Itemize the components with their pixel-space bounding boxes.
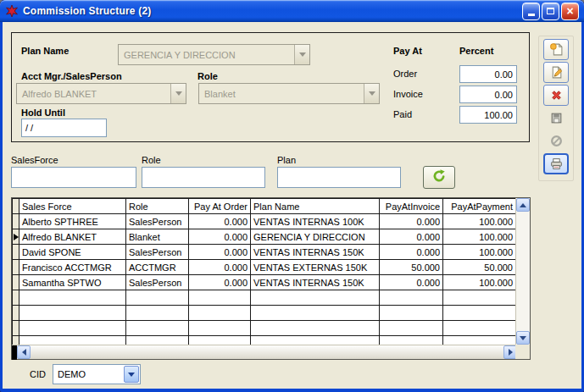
- delete-record-button[interactable]: [543, 85, 569, 106]
- grid-cell[interactable]: Francisco ACCTMGR: [19, 260, 126, 275]
- hscrollbar-track[interactable]: [31, 345, 503, 359]
- edit-record-icon: [549, 65, 564, 80]
- grid-col-header[interactable]: Plan Name: [251, 199, 380, 214]
- grid-col-header[interactable]: Sales Force: [19, 199, 126, 214]
- invoice-percent-field[interactable]: [459, 86, 517, 103]
- row-selector[interactable]: [13, 260, 19, 275]
- grid-cell[interactable]: 0.000: [189, 214, 251, 229]
- scroll-down-button[interactable]: [516, 331, 530, 345]
- grid-cell[interactable]: 0.000: [189, 275, 251, 290]
- grid-cell[interactable]: Alberto SPTHREE: [19, 214, 126, 229]
- role-value: Blanket: [199, 89, 364, 99]
- grid-cell[interactable]: SalesPerson: [126, 275, 189, 290]
- salesforce-filter-input[interactable]: [11, 167, 136, 188]
- role-filter-input[interactable]: [142, 167, 265, 188]
- plan-name-combo: GERENCIA Y DIRECCION: [118, 44, 310, 65]
- minimize-icon: [528, 14, 535, 16]
- grid-cell[interactable]: ACCTMGR: [126, 260, 189, 275]
- close-button[interactable]: ×: [561, 3, 579, 20]
- percent-label: Percent: [459, 46, 493, 56]
- table-row[interactable]: Alberto SPTHREESalesPerson0.000VENTAS IN…: [13, 214, 516, 229]
- table-row[interactable]: David SPONESalesPerson0.000VENTAS INTERN…: [13, 245, 516, 260]
- grid-cell[interactable]: 100.000: [443, 275, 516, 290]
- print-button[interactable]: [543, 153, 569, 174]
- edit-record-button[interactable]: [543, 62, 569, 83]
- role-label: Role: [197, 71, 218, 81]
- empty-row: [13, 321, 516, 336]
- save-record-button: [543, 108, 569, 129]
- grid-col-header[interactable]: Role: [126, 199, 189, 214]
- grid-cell[interactable]: 0.000: [189, 229, 251, 245]
- grid-cell[interactable]: David SPONE: [19, 245, 126, 260]
- table-row[interactable]: Francisco ACCTMGRACCTMGR0.000VENTAS EXTE…: [13, 260, 516, 275]
- grid-header-row: Sales ForceRolePay At OrderPlan NamePayA…: [13, 199, 516, 214]
- grid-col-header[interactable]: PayAtPayment: [443, 199, 516, 214]
- table-row[interactable]: Samantha SPTWOSalesPerson0.000VENTAS INT…: [13, 275, 516, 290]
- grid-cell[interactable]: 0.000: [380, 275, 443, 290]
- grid-col-header[interactable]: PayAtInvoice: [380, 199, 443, 214]
- grid-cell[interactable]: Samantha SPTWO: [19, 275, 126, 290]
- empty-row: [13, 306, 516, 321]
- salesforce-filter-label: SalesForce: [11, 155, 58, 165]
- grid-cell[interactable]: VENTAS INTERNAS 150K: [251, 275, 380, 290]
- cancel-record-button: [543, 130, 569, 152]
- new-record-icon: [549, 42, 564, 57]
- arrow-down-icon: [520, 336, 526, 340]
- hold-until-field[interactable]: [21, 119, 107, 137]
- row-selector[interactable]: [13, 275, 19, 290]
- grid-cell[interactable]: 0.000: [189, 260, 251, 275]
- titlebar[interactable]: Commission Structure (2) ×: [0, 0, 584, 22]
- current-row-marker-icon: [14, 234, 19, 240]
- maximize-button[interactable]: [542, 3, 559, 20]
- paid-percent-field[interactable]: [459, 106, 517, 124]
- hold-until-label: Hold Until: [21, 108, 65, 118]
- grid-cell[interactable]: 100.000: [443, 245, 516, 260]
- minimize-button[interactable]: [522, 3, 540, 20]
- grid-cell[interactable]: VENTAS INTERNAS 100K: [251, 214, 380, 229]
- chevron-down-icon: [294, 45, 309, 64]
- save-record-icon: [549, 111, 564, 125]
- new-record-button[interactable]: [543, 39, 569, 60]
- app-icon: [5, 4, 19, 18]
- order-label: Order: [393, 69, 417, 79]
- grid-cell[interactable]: 50.000: [380, 260, 443, 275]
- grid-cell[interactable]: 0.000: [380, 214, 443, 229]
- arrow-left-icon: [22, 349, 26, 356]
- cid-combo[interactable]: DEMO: [53, 364, 141, 384]
- arrow-right-icon: [509, 349, 513, 356]
- acct-mgr-combo: Alfredo BLANKET: [16, 83, 186, 104]
- plan-filter-input[interactable]: [277, 167, 401, 188]
- refresh-icon: [431, 168, 447, 186]
- plan-filter-label: Plan: [277, 155, 296, 165]
- grid-cell[interactable]: 100.000: [443, 229, 516, 245]
- arrow-up-icon: [520, 203, 526, 207]
- paid-label: Paid: [393, 109, 412, 119]
- table-row[interactable]: Alfredo BLANKETBlanket0.000GERENCIA Y DI…: [13, 229, 516, 245]
- row-selector[interactable]: [13, 229, 19, 245]
- grid-cell[interactable]: 0.000: [380, 245, 443, 260]
- grid-cell[interactable]: 50.000: [443, 260, 516, 275]
- grid-cell[interactable]: SalesPerson: [126, 214, 189, 229]
- row-selector[interactable]: [13, 245, 19, 260]
- client-area: Plan Name GERENCIA Y DIRECCION Pay At Pe…: [3, 22, 581, 389]
- grid-cell[interactable]: 0.000: [380, 229, 443, 245]
- grid-cell[interactable]: Blanket: [126, 229, 189, 245]
- vertical-scrollbar[interactable]: [515, 198, 530, 345]
- chevron-down-icon: [124, 366, 139, 383]
- refresh-button[interactable]: [423, 166, 455, 189]
- grid-cell[interactable]: Alfredo BLANKET: [19, 229, 126, 245]
- grid-cell[interactable]: VENTAS EXTERNAS 150K: [251, 260, 380, 275]
- grid-cell[interactable]: SalesPerson: [126, 245, 189, 260]
- grid-cell[interactable]: 0.000: [189, 245, 251, 260]
- grid-cell[interactable]: VENTAS INTERNAS 150K: [251, 245, 380, 260]
- grid-cell[interactable]: GERENCIA Y DIRECCION: [251, 229, 380, 245]
- row-selector[interactable]: [13, 214, 19, 229]
- scroll-up-button[interactable]: [516, 198, 530, 212]
- horizontal-scrollbar[interactable]: [12, 345, 517, 359]
- grid-col-header[interactable]: Pay At Order: [189, 199, 251, 214]
- scroll-left-button[interactable]: [17, 345, 31, 359]
- grid-cell[interactable]: 100.000: [443, 214, 516, 229]
- order-percent-field[interactable]: [459, 65, 517, 83]
- pay-at-label: Pay At: [393, 46, 422, 56]
- acct-mgr-label: Acct Mgr./SalesPerson: [21, 71, 122, 81]
